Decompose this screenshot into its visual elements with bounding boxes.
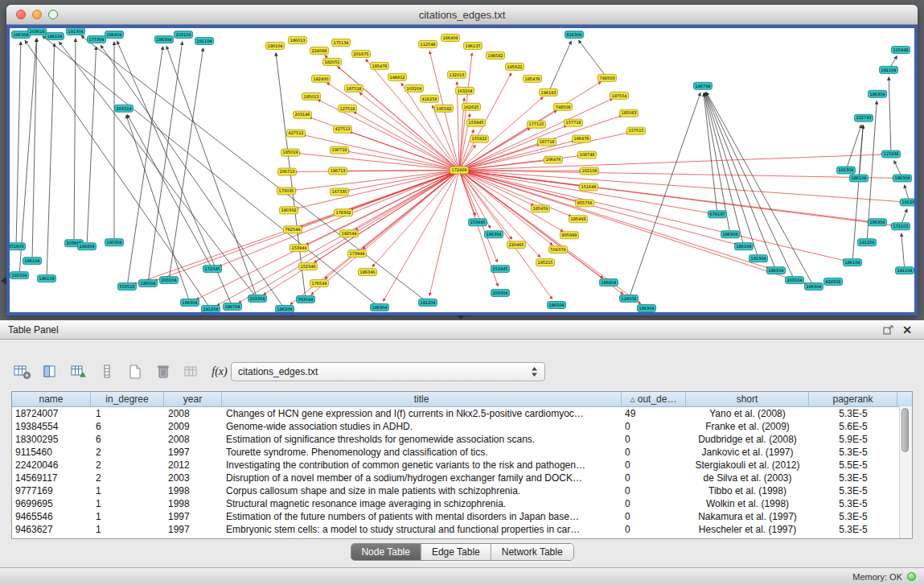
graph-edge[interactable] bbox=[463, 171, 737, 245]
graph-node[interactable]: 203619 bbox=[28, 28, 47, 35]
graph-node[interactable]: 197518 bbox=[345, 84, 363, 92]
cell-in_degree[interactable]: 1 bbox=[91, 524, 164, 535]
graph-edge[interactable] bbox=[74, 39, 76, 239]
graph-node[interactable]: 924502 bbox=[824, 278, 843, 286]
cell-out_de[interactable]: 0 bbox=[622, 447, 686, 458]
graph-node[interactable]: 190304 bbox=[105, 239, 124, 246]
graph-node[interactable]: 206713 bbox=[278, 168, 297, 175]
graph-node[interactable]: 175134 bbox=[332, 39, 351, 46]
graph-edge[interactable] bbox=[463, 171, 893, 225]
graph-node[interactable]: 203304 bbox=[491, 290, 510, 297]
graph-node[interactable]: 195622 bbox=[506, 63, 524, 70]
graph-node[interactable]: 186104 bbox=[735, 243, 754, 250]
cell-name[interactable]: 9115460 bbox=[12, 447, 91, 458]
graph-node[interactable]: 186304 bbox=[893, 175, 912, 182]
graph-edge[interactable] bbox=[894, 161, 901, 175]
graph-edge[interactable] bbox=[366, 60, 457, 167]
graph-edge[interactable] bbox=[461, 174, 498, 262]
table-row[interactable]: 946362711997Embryonic stem cells: a mode… bbox=[12, 523, 912, 536]
graph-edge[interactable] bbox=[463, 171, 807, 284]
cell-name[interactable]: 18300295 bbox=[12, 434, 91, 445]
cell-title[interactable]: Corpus callosum shape and size in male p… bbox=[222, 485, 622, 496]
graph-node[interactable]: 186504 bbox=[548, 302, 566, 309]
graph-node[interactable]: 153944 bbox=[290, 245, 309, 252]
graph-node[interactable]: 106476 bbox=[544, 156, 563, 163]
graph-node[interactable]: 173035 bbox=[277, 187, 296, 195]
graph-edge[interactable] bbox=[32, 39, 37, 257]
graph-edge[interactable] bbox=[463, 171, 895, 179]
delete-table-button[interactable] bbox=[152, 360, 175, 383]
graph-edge[interactable] bbox=[354, 112, 456, 168]
graph-node[interactable]: 186304 bbox=[12, 31, 31, 38]
cell-name[interactable]: 9465546 bbox=[12, 511, 91, 522]
graph-edge[interactable] bbox=[298, 153, 455, 169]
graph-node[interactable]: 186346 bbox=[359, 269, 377, 276]
function-builder-button[interactable]: f(x) bbox=[208, 360, 231, 383]
cell-pagerank[interactable]: 5.3E-5 bbox=[809, 498, 897, 509]
graph-node[interactable]: 124502 bbox=[620, 295, 639, 303]
cell-in_degree[interactable]: 1 bbox=[91, 511, 164, 522]
graph-edge[interactable] bbox=[429, 174, 458, 295]
table-row[interactable]: 911546021997Tourette syndrome. Phenomeno… bbox=[12, 446, 912, 459]
table-row[interactable]: 1872400712008Changes of HCN gene express… bbox=[12, 407, 912, 420]
graph-node[interactable]: 191104 bbox=[195, 37, 214, 44]
cell-in_degree[interactable]: 2 bbox=[91, 447, 164, 458]
graph-node[interactable]: 185019 bbox=[281, 149, 300, 156]
graph-node[interactable]: 155822 bbox=[470, 135, 489, 142]
graph-node[interactable]: 186704 bbox=[224, 303, 242, 311]
column-header-short[interactable]: short bbox=[686, 392, 809, 406]
graph-edge[interactable] bbox=[117, 41, 231, 303]
cell-year[interactable]: 2008 bbox=[164, 434, 222, 445]
table-row[interactable]: 977716911998Corpus callosum shape and si… bbox=[12, 484, 912, 497]
cell-pagerank[interactable]: 5.3E-5 bbox=[809, 485, 897, 496]
graph-node[interactable]: 180302 bbox=[280, 207, 298, 214]
graph-node[interactable]: 185215 bbox=[536, 259, 555, 266]
graph-edge[interactable] bbox=[902, 209, 907, 223]
cell-pagerank[interactable]: 5.3E-5 bbox=[809, 511, 897, 522]
scrollbar-thumb[interactable] bbox=[901, 408, 909, 452]
graph-node[interactable]: 172345 bbox=[203, 266, 222, 273]
table-row[interactable]: 1830029562008Estimation of significance … bbox=[12, 433, 912, 446]
column-header-title[interactable]: title bbox=[222, 392, 622, 406]
graph-node[interactable]: 186504 bbox=[139, 280, 158, 287]
graph-edge[interactable] bbox=[16, 42, 21, 242]
graph-node[interactable]: 115948 bbox=[892, 46, 910, 53]
float-panel-button[interactable] bbox=[879, 325, 898, 335]
graph-node[interactable]: 172103 bbox=[892, 223, 910, 230]
graph-edge[interactable] bbox=[126, 115, 189, 299]
table-options-button[interactable] bbox=[11, 360, 34, 383]
graph-node[interactable]: 186104 bbox=[844, 259, 862, 266]
graph-node[interactable]: 191104 bbox=[880, 66, 898, 73]
cell-out_de[interactable]: 0 bbox=[622, 472, 686, 484]
graph-edge[interactable] bbox=[81, 35, 425, 300]
graph-edge[interactable] bbox=[372, 173, 457, 266]
cell-out_de[interactable]: 0 bbox=[622, 459, 686, 471]
graph-node[interactable]: 203304 bbox=[248, 295, 267, 303]
column-header-pagerank[interactable]: pagerank bbox=[809, 392, 897, 406]
graph-node[interactable]: 504379 bbox=[549, 246, 568, 253]
cell-title[interactable]: Estimation of significance thresholds fo… bbox=[222, 434, 622, 445]
graph-node[interactable]: 198582 bbox=[487, 51, 505, 59]
cell-title[interactable]: Changes of HCN gene expression and I(f) … bbox=[222, 408, 622, 419]
window-titlebar[interactable]: citations_edges.txt bbox=[6, 5, 918, 25]
table-row[interactable]: 946554611997Estimation of the future num… bbox=[12, 510, 912, 523]
cell-short[interactable]: de Silva et al. (2003) bbox=[686, 472, 809, 484]
graph-node[interactable]: 163204 bbox=[456, 87, 474, 94]
graph-edge[interactable] bbox=[347, 151, 455, 170]
graph-node[interactable]: 162625 bbox=[462, 103, 481, 110]
graph-node[interactable]: 679197 bbox=[708, 211, 727, 218]
merge-table-button[interactable] bbox=[180, 360, 203, 383]
cell-title[interactable]: Structural magnetic resonance image aver… bbox=[222, 498, 622, 509]
graph-edge[interactable] bbox=[630, 93, 700, 295]
cell-in_degree[interactable]: 2 bbox=[91, 472, 164, 484]
table-row[interactable]: 1938455462009Genome-wide association stu… bbox=[12, 420, 912, 433]
cell-in_degree[interactable]: 6 bbox=[91, 421, 164, 432]
graph-edge[interactable] bbox=[463, 141, 574, 169]
graph-node[interactable]: 191204 bbox=[202, 306, 220, 312]
graph-node[interactable]: 185493 bbox=[569, 216, 588, 223]
graph-edge[interactable] bbox=[550, 41, 571, 89]
graph-node[interactable]: 166409 bbox=[441, 34, 460, 41]
cell-short[interactable]: Yano et al. (2008) bbox=[686, 408, 809, 419]
graph-edge[interactable] bbox=[704, 93, 743, 242]
graph-node[interactable]: 186304 bbox=[638, 305, 656, 312]
